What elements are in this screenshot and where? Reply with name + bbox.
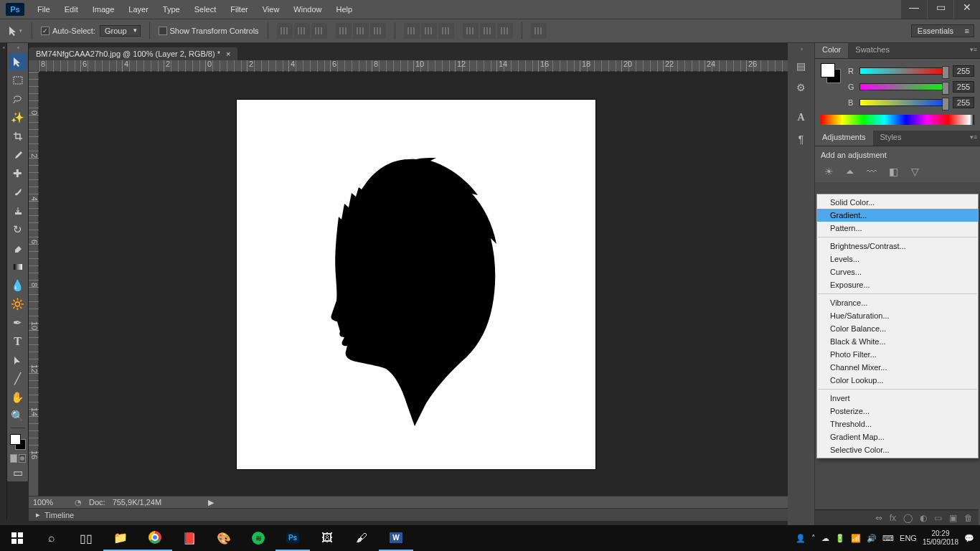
- distribute-vcenter-icon[interactable]: [421, 23, 437, 39]
- taskbar-word[interactable]: W: [379, 525, 413, 551]
- brush-tool[interactable]: [9, 184, 27, 201]
- menu-item-pattern[interactable]: Pattern...: [817, 222, 978, 235]
- search-button[interactable]: ⌕: [34, 525, 69, 551]
- window-close-button[interactable]: ✕: [954, 0, 980, 19]
- tray-chevron-icon[interactable]: ˄: [811, 534, 816, 543]
- tab-adjustments[interactable]: Adjustments: [815, 131, 873, 146]
- show-transform-controls-checkbox[interactable]: Show Transform Controls: [159, 27, 259, 35]
- align-bottom-icon[interactable]: [311, 23, 327, 39]
- taskbar-paint[interactable]: 🖌: [344, 525, 379, 551]
- line-tool[interactable]: ╱: [9, 370, 27, 387]
- menu-item-exposure[interactable]: Exposure...: [817, 278, 978, 291]
- align-hcenter-icon[interactable]: [353, 23, 369, 39]
- panel-menu-icon[interactable]: ▾≡: [970, 46, 977, 53]
- history-brush-tool[interactable]: ↻: [9, 221, 27, 238]
- timeline-panel[interactable]: ▸ Timeline: [29, 508, 788, 521]
- history-panel-icon[interactable]: ▤: [791, 56, 811, 76]
- taskbar-file-explorer[interactable]: 📁: [103, 525, 138, 551]
- tool-preset-selector[interactable]: ▾: [7, 23, 23, 39]
- dock-collapse-left[interactable]: [0, 43, 7, 520]
- volume-icon[interactable]: 🔊: [867, 534, 877, 543]
- menu-item-threshold[interactable]: Threshold...: [817, 418, 978, 430]
- menu-type[interactable]: Type: [156, 0, 187, 19]
- tab-color[interactable]: Color: [815, 43, 848, 58]
- eyedropper-tool[interactable]: [9, 146, 27, 164]
- align-right-icon[interactable]: [370, 23, 386, 39]
- dodge-tool[interactable]: 🔆: [9, 296, 27, 313]
- align-vcenter-icon[interactable]: [294, 23, 310, 39]
- spectrum-ramp[interactable]: [821, 115, 974, 125]
- distribute-left-icon[interactable]: [463, 23, 479, 39]
- properties-panel-icon[interactable]: ⚙: [791, 77, 811, 98]
- vibrance-icon[interactable]: ▽: [907, 165, 923, 178]
- new-layer-icon[interactable]: ▣: [949, 513, 957, 523]
- r-value[interactable]: 255: [953, 65, 974, 77]
- distribute-right-icon[interactable]: [497, 23, 513, 39]
- menu-file[interactable]: File: [30, 0, 57, 19]
- taskbar-app-1[interactable]: 📕: [172, 525, 207, 551]
- vertical-ruler[interactable]: 0246810121416: [29, 72, 39, 496]
- menu-item-invert[interactable]: Invert: [817, 392, 978, 405]
- gradient-tool[interactable]: [9, 258, 27, 276]
- eraser-tool[interactable]: [9, 240, 27, 257]
- menu-view[interactable]: View: [255, 0, 287, 19]
- align-top-icon[interactable]: [277, 23, 293, 39]
- start-button[interactable]: [0, 525, 34, 551]
- delete-layer-icon[interactable]: 🗑: [964, 513, 973, 523]
- keyboard-icon[interactable]: ⌨: [882, 534, 894, 543]
- type-tool[interactable]: T: [9, 333, 27, 350]
- move-tool[interactable]: [9, 53, 27, 70]
- menu-select[interactable]: Select: [187, 0, 224, 19]
- clone-stamp-tool[interactable]: [9, 202, 27, 220]
- layer-style-icon[interactable]: fx: [890, 513, 896, 523]
- battery-icon[interactable]: 🔋: [835, 534, 845, 543]
- align-left-icon[interactable]: [336, 23, 352, 39]
- onedrive-icon[interactable]: ☁: [821, 534, 829, 543]
- color-swatch[interactable]: [821, 63, 841, 83]
- distribute-hcenter-icon[interactable]: [480, 23, 496, 39]
- auto-select-target-dropdown[interactable]: Group: [100, 25, 141, 37]
- language-indicator[interactable]: ENG: [900, 534, 917, 542]
- layer-mask-icon[interactable]: ◯: [903, 513, 913, 523]
- group-icon[interactable]: ▭: [934, 513, 942, 523]
- g-value[interactable]: 255: [953, 81, 974, 93]
- notifications-icon[interactable]: 💬: [964, 534, 974, 543]
- menu-item-gradient-map[interactable]: Gradient Map...: [817, 430, 978, 443]
- people-icon[interactable]: 👤: [796, 534, 806, 543]
- screen-mode-button[interactable]: ▭: [9, 464, 27, 481]
- menu-item-channel-mixer[interactable]: Channel Mixer...: [817, 361, 978, 374]
- blur-tool[interactable]: 💧: [9, 277, 27, 294]
- doc-info-icon[interactable]: ◔: [75, 498, 82, 507]
- menu-item-levels[interactable]: Levels...: [817, 253, 978, 265]
- taskbar-photos[interactable]: 🖼: [310, 525, 344, 551]
- crop-tool[interactable]: [9, 128, 27, 145]
- pen-tool[interactable]: ✒: [9, 314, 27, 331]
- foreground-background-swatch[interactable]: [10, 434, 26, 450]
- auto-select-checkbox[interactable]: Auto-Select:: [41, 27, 95, 35]
- menu-item-black-white[interactable]: Black & White...: [817, 335, 978, 348]
- lasso-tool[interactable]: [9, 90, 27, 108]
- menu-item-gradient[interactable]: Gradient...: [817, 209, 978, 222]
- healing-brush-tool[interactable]: ✚: [9, 165, 27, 182]
- window-minimize-button[interactable]: —: [901, 0, 927, 19]
- taskbar-photoshop[interactable]: Ps: [275, 525, 310, 551]
- levels-icon[interactable]: ⏶: [842, 165, 858, 178]
- curves-icon[interactable]: 〰: [864, 165, 880, 178]
- menu-edit[interactable]: Edit: [57, 0, 85, 19]
- panel-menu-icon[interactable]: ▾≡: [970, 133, 977, 141]
- doc-info-arrow-icon[interactable]: ▶: [208, 498, 214, 507]
- menu-item-brightness-contrast[interactable]: Brightness/Contrast...: [817, 240, 978, 253]
- wifi-icon[interactable]: 📶: [851, 534, 861, 543]
- rectangular-marquee-tool[interactable]: [9, 72, 27, 89]
- tab-swatches[interactable]: Swatches: [848, 43, 897, 58]
- brightness-contrast-icon[interactable]: ☀: [821, 165, 837, 178]
- menu-layer[interactable]: Layer: [121, 0, 156, 19]
- menu-filter[interactable]: Filter: [223, 0, 255, 19]
- clock[interactable]: 20:29 15/09/2018: [923, 529, 958, 547]
- magic-wand-tool[interactable]: ✨: [9, 109, 27, 126]
- menu-help[interactable]: Help: [329, 0, 359, 19]
- taskbar-app-2[interactable]: 🎨: [207, 525, 241, 551]
- menu-image[interactable]: Image: [85, 0, 122, 19]
- workspace-switcher[interactable]: Essentials: [911, 24, 974, 37]
- fill-adjustment-icon[interactable]: ◐: [920, 513, 927, 523]
